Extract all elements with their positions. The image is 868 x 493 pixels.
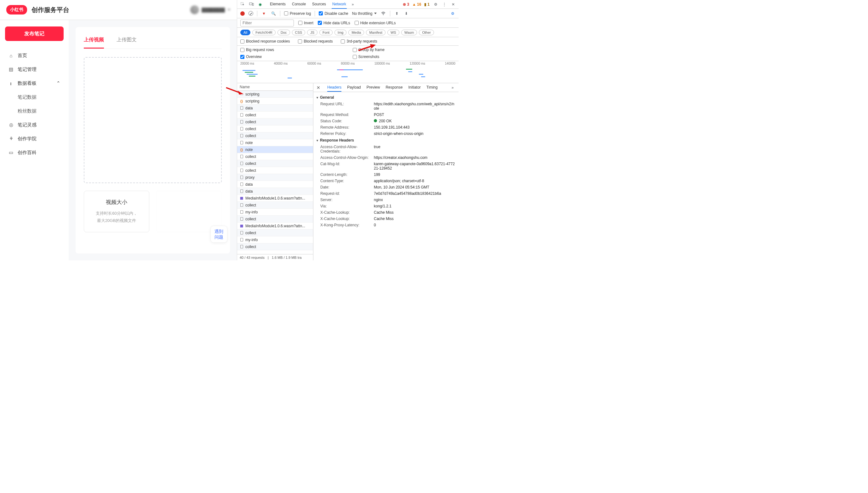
hide-data-urls-checkbox[interactable]: Hide data URLs xyxy=(318,21,350,25)
request-row[interactable]: collect xyxy=(237,216,313,222)
request-row[interactable]: collect xyxy=(237,243,313,250)
upload-dropzone[interactable] xyxy=(84,57,222,183)
network-settings-icon[interactable]: ⚙ xyxy=(450,11,455,16)
overview-checkbox[interactable]: Overview xyxy=(240,55,343,59)
clear-button[interactable] xyxy=(249,11,253,16)
disable-cache-checkbox[interactable]: Disable cache xyxy=(319,12,348,16)
sidebar-item-5[interactable]: ◎笔记灵感 xyxy=(5,118,64,132)
request-row[interactable]: {}note xyxy=(237,146,313,153)
publish-button[interactable]: 发布笔记 xyxy=(5,26,64,41)
devtools-tab-elements[interactable]: Elements xyxy=(269,0,286,9)
errors-badge[interactable]: ⊗ 3 xyxy=(403,2,409,7)
request-row[interactable]: my-info xyxy=(237,209,313,216)
detail-tab-payload[interactable]: Payload xyxy=(347,84,361,92)
type-chip-all[interactable]: All xyxy=(240,30,250,35)
request-row[interactable]: collect xyxy=(237,160,313,167)
sidebar-item-0[interactable]: ⌂首页 xyxy=(5,48,64,62)
request-row[interactable]: collect xyxy=(237,119,313,126)
name-column-header[interactable]: Name xyxy=(237,83,313,91)
download-icon[interactable]: ⬇ xyxy=(404,11,409,16)
close-detail-icon[interactable]: ✕ xyxy=(317,85,320,90)
sidebar-item-4[interactable]: 粉丝数据 xyxy=(5,104,64,118)
avatar xyxy=(190,5,199,14)
type-chip-css[interactable]: CSS xyxy=(292,30,305,35)
third-party-checkbox[interactable]: 3rd-party requests xyxy=(341,39,377,43)
blocked-requests-checkbox[interactable]: Blocked requests xyxy=(298,39,333,43)
request-row[interactable]: ▭scripting xyxy=(237,91,313,98)
throttling-select[interactable]: No throttling xyxy=(352,12,377,16)
type-chip-font[interactable]: Font xyxy=(319,30,333,35)
detail-tab-initiator[interactable]: Initiator xyxy=(408,84,420,92)
request-row[interactable]: collect xyxy=(237,230,313,236)
tab-upload-video[interactable]: 上传视频 xyxy=(84,34,104,48)
upload-icon[interactable]: ⬆ xyxy=(394,11,400,16)
sidebar-item-6[interactable]: ⚘创作学院 xyxy=(5,132,64,146)
tab-upload-image[interactable]: 上传图文 xyxy=(116,34,137,48)
request-row[interactable]: collect xyxy=(237,167,313,174)
cube-icon[interactable]: ◉ xyxy=(257,2,263,7)
group-frame-checkbox[interactable]: Group by frame xyxy=(353,48,456,52)
request-row[interactable]: proxy xyxy=(237,174,313,181)
detail-tab-timing[interactable]: Timing xyxy=(427,84,438,92)
request-row[interactable]: data xyxy=(237,181,313,188)
type-chip-ws[interactable]: WS xyxy=(387,30,399,35)
detail-tab-response[interactable]: Response xyxy=(386,84,403,92)
big-rows-checkbox[interactable]: Big request rows xyxy=(240,48,343,52)
header-row: Date:Mon, 10 Jun 2024 05:54:15 GMT xyxy=(313,184,459,190)
request-row[interactable]: collect xyxy=(237,112,313,119)
request-row[interactable]: {}scripting xyxy=(237,98,313,105)
request-row[interactable]: collect xyxy=(237,132,313,139)
type-chip-wasm[interactable]: Wasm xyxy=(401,30,417,35)
request-row[interactable]: ▦MediaInfoModule1.0.6.wasm?attn... xyxy=(237,195,313,202)
timeline[interactable]: 20000 ms40000 ms60000 ms80000 ms100000 m… xyxy=(237,61,459,83)
sidebar-item-label: 首页 xyxy=(18,52,27,59)
request-row[interactable]: my-info xyxy=(237,236,313,243)
info-badge[interactable]: ▮ 1 xyxy=(424,2,430,7)
request-row[interactable]: data xyxy=(237,105,313,112)
close-icon[interactable]: ✕ xyxy=(450,2,456,7)
inspect-icon[interactable] xyxy=(240,2,245,7)
detail-tab-headers[interactable]: Headers xyxy=(327,84,341,92)
devtools-tab-network[interactable]: Network xyxy=(332,0,347,9)
general-section[interactable]: General xyxy=(313,94,459,101)
type-chip-js[interactable]: JS xyxy=(307,30,318,35)
detail-tab-preview[interactable]: Preview xyxy=(367,84,380,92)
type-chip-img[interactable]: Img xyxy=(335,30,346,35)
type-chip-media[interactable]: Media xyxy=(348,30,364,35)
invert-checkbox[interactable]: Invert xyxy=(298,21,313,25)
devtools-tab-console[interactable]: Console xyxy=(291,0,306,9)
devtools-tab-sources[interactable]: Sources xyxy=(312,0,327,9)
feedback-button[interactable]: 遇到 问题 xyxy=(210,226,227,243)
hide-ext-urls-checkbox[interactable]: Hide extension URLs xyxy=(355,21,396,25)
sidebar-item-7[interactable]: ▭创作百科 xyxy=(5,146,64,159)
filter-input[interactable] xyxy=(240,20,294,26)
preserve-log-checkbox[interactable]: Preserve log xyxy=(284,12,311,16)
screenshots-checkbox[interactable]: Screenshots xyxy=(353,55,456,59)
record-button[interactable] xyxy=(240,12,245,16)
type-chip-fetchxhr[interactable]: Fetch/XHR xyxy=(252,30,276,35)
type-chip-doc[interactable]: Doc xyxy=(277,30,290,35)
sidebar-item-1[interactable]: ▤笔记管理 xyxy=(5,62,64,76)
gear-icon[interactable]: ⚙ xyxy=(433,2,438,7)
wifi-icon[interactable] xyxy=(381,11,386,16)
warnings-badge[interactable]: ▲ 16 xyxy=(412,2,421,7)
type-chip-manifest[interactable]: Manifest xyxy=(366,30,386,35)
request-row[interactable]: data xyxy=(237,188,313,195)
kebab-icon[interactable]: ⋮ xyxy=(441,2,447,7)
blocked-cookies-checkbox[interactable]: Blocked response cookies xyxy=(240,39,290,43)
request-row[interactable]: collect xyxy=(237,153,313,160)
more-detail-tabs-icon[interactable]: » xyxy=(450,85,455,90)
filter-toggle-icon[interactable]: ▼ xyxy=(261,11,267,16)
response-headers-section[interactable]: Response Headers xyxy=(313,137,459,144)
type-chip-other[interactable]: Other xyxy=(419,30,434,35)
request-row[interactable]: collect xyxy=(237,126,313,132)
device-icon[interactable] xyxy=(249,2,254,7)
more-tabs-icon[interactable]: » xyxy=(350,2,356,7)
sidebar-item-2[interactable]: ⫾数据看板⌃ xyxy=(5,76,64,90)
sidebar-item-3[interactable]: 笔记数据 xyxy=(5,90,64,104)
request-row[interactable]: collect xyxy=(237,202,313,209)
request-row[interactable]: note xyxy=(237,139,313,146)
search-icon[interactable]: 🔍 xyxy=(271,11,276,16)
request-row[interactable]: ▦MediaInfoModule1.0.6.wasm?attn... xyxy=(237,222,313,230)
user-menu[interactable]: ████████ xyxy=(190,5,231,14)
